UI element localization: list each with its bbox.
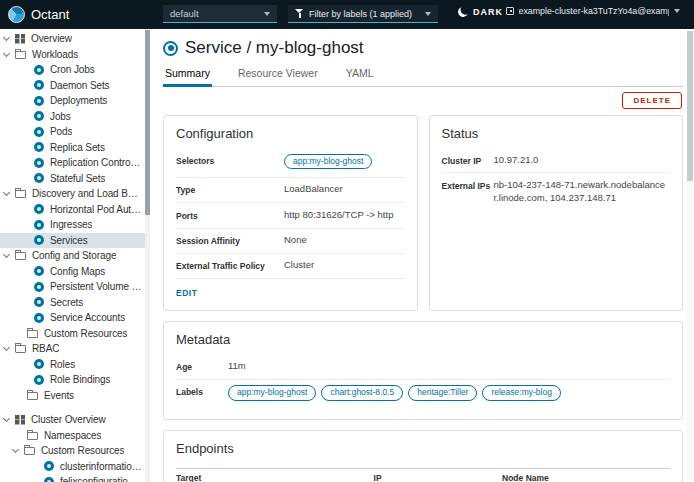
sidebar-item-roles[interactable]: Roles bbox=[0, 357, 150, 373]
resource-icon bbox=[34, 65, 44, 75]
sidebar-item-overview[interactable]: Overview bbox=[0, 31, 150, 47]
status-title: Status bbox=[442, 126, 671, 141]
endpoints-table: TargetIPNode Name my-blog-ghost-77df85c6… bbox=[176, 468, 670, 482]
sidebar-item-label: Custom Resources bbox=[41, 445, 124, 456]
sidebar-item-discovery-and-load-balancing[interactable]: Discovery and Load Balancing bbox=[0, 186, 150, 202]
tab-resource-viewer[interactable]: Resource Viewer bbox=[236, 67, 320, 86]
sidebar-item-label: Overview bbox=[31, 33, 72, 44]
sidebar-item-cluster-overview[interactable]: Cluster Overview bbox=[0, 412, 150, 428]
edit-link[interactable]: EDIT bbox=[176, 288, 197, 298]
field-value: http 80:31626/TCP -> http bbox=[284, 209, 405, 222]
sidebar-item-daemon-sets[interactable]: Daemon Sets bbox=[0, 78, 150, 94]
summary-row: Labelsapp:my-blog-ghostchart:ghost-8.0.5… bbox=[176, 380, 670, 409]
sidebar-scrollbar bbox=[145, 29, 150, 482]
sidebar-item-secrets[interactable]: Secrets bbox=[0, 295, 150, 311]
label-chip[interactable]: chart:ghost-8.0.5 bbox=[321, 385, 403, 400]
applications-icon bbox=[15, 415, 25, 425]
label-chip[interactable]: heritage:Tiller bbox=[408, 385, 477, 400]
field-value: None bbox=[284, 234, 405, 247]
sidebar-item-config-maps[interactable]: Config Maps bbox=[0, 264, 150, 280]
sidebar-item-ingresses[interactable]: Ingresses bbox=[0, 217, 150, 233]
moon-icon bbox=[457, 6, 469, 18]
sidebar-item-label: Horizontal Pod Autoscalers bbox=[50, 204, 142, 215]
sidebar-item-replica-sets[interactable]: Replica Sets bbox=[0, 140, 150, 156]
sidebar-item-role-bindings[interactable]: Role Bindings bbox=[0, 372, 150, 388]
sidebar-item-deployments[interactable]: Deployments bbox=[0, 93, 150, 109]
chevron-down-icon[interactable] bbox=[3, 344, 10, 351]
resource-icon bbox=[34, 173, 44, 183]
sidebar-item-label: Role Bindings bbox=[50, 374, 110, 385]
sidebar-item-replication-controllers[interactable]: Replication Controllers bbox=[0, 155, 150, 171]
tab-yaml[interactable]: YAML bbox=[344, 67, 376, 86]
page-title: Service / my-blog-ghost bbox=[185, 38, 364, 58]
sidebar-item-custom-resources[interactable]: Custom Resources bbox=[0, 326, 150, 342]
main-scrollbar-thumb[interactable] bbox=[687, 31, 693, 181]
sidebar-item-label: Stateful Sets bbox=[50, 173, 105, 184]
resource-icon bbox=[34, 359, 44, 369]
chevron-down-icon[interactable] bbox=[3, 50, 10, 57]
sidebar-item-label: Jobs bbox=[50, 111, 71, 122]
label-chip[interactable]: app:my-blog-ghost bbox=[284, 154, 372, 169]
status-rows: Cluster IP10.97.21.0External IPsnb-104-2… bbox=[442, 148, 671, 210]
label-chip[interactable]: app:my-blog-ghost bbox=[228, 385, 316, 400]
chevron-down-icon[interactable] bbox=[3, 415, 10, 422]
chevron-down-icon[interactable] bbox=[3, 189, 10, 196]
sidebar-item-label: Namespaces bbox=[44, 430, 101, 441]
sidebar-item-label: Workloads bbox=[32, 49, 78, 60]
sidebar-item-label: Roles bbox=[50, 359, 75, 370]
sidebar-item-felixconfigurations-crd-projectcalico-org[interactable]: felixconfigurations.crd.projectcalico.or… bbox=[0, 474, 150, 482]
field-label: Session Affinity bbox=[176, 234, 284, 246]
sidebar-item-events[interactable]: Events bbox=[0, 388, 150, 404]
sidebar-item-persistent-volume-claims[interactable]: Persistent Volume Claims bbox=[0, 279, 150, 295]
resource-icon bbox=[34, 282, 44, 292]
sidebar-item-cron-jobs[interactable]: Cron Jobs bbox=[0, 62, 150, 78]
label-chip[interactable]: release:my-blog bbox=[482, 385, 560, 400]
sidebar-item-label: clusterinformations.crd.projectcalico.or… bbox=[60, 461, 142, 472]
namespace-dropdown[interactable]: default bbox=[163, 5, 277, 23]
field-value: nb-104-237-148-71.newark.nodebalancer.li… bbox=[494, 179, 671, 205]
sidebar-item-label: Daemon Sets bbox=[50, 80, 110, 91]
summary-row: Session AffinityNone bbox=[176, 229, 405, 254]
theme-toggle-button[interactable]: DARK bbox=[458, 7, 503, 17]
page-header: Service / my-blog-ghost bbox=[163, 38, 683, 58]
summary-row: Cluster IP10.97.21.0 bbox=[442, 148, 671, 173]
resource-icon bbox=[34, 313, 44, 323]
sidebar-item-horizontal-pod-autoscalers[interactable]: Horizontal Pod Autoscalers bbox=[0, 202, 150, 218]
configuration-rows: Selectorsapp:my-blog-ghostTypeLoadBalanc… bbox=[176, 148, 405, 279]
summary-row: Selectorsapp:my-blog-ghost bbox=[176, 148, 405, 178]
sidebar-item-label: Secrets bbox=[50, 297, 83, 308]
chevron-down-icon[interactable] bbox=[12, 446, 19, 453]
sidebar-item-services[interactable]: Services bbox=[0, 233, 150, 249]
cluster-context-selector[interactable]: example-cluster-ka3TuTzYo4a@example-clus… bbox=[506, 6, 680, 16]
sidebar-item-stateful-sets[interactable]: Stateful Sets bbox=[0, 171, 150, 187]
sidebar-item-label: Ingresses bbox=[50, 219, 92, 230]
sidebar-item-pods[interactable]: Pods bbox=[0, 124, 150, 140]
resource-icon bbox=[44, 461, 54, 471]
delete-button[interactable]: DELETE bbox=[622, 92, 682, 109]
sidebar-item-service-accounts[interactable]: Service Accounts bbox=[0, 310, 150, 326]
sidebar-item-config-and-storage[interactable]: Config and Storage bbox=[0, 248, 150, 264]
sidebar-item-rbac[interactable]: RBAC bbox=[0, 341, 150, 357]
sidebar-scrollbar-thumb[interactable] bbox=[145, 30, 150, 215]
sidebar-item-clusterinformations-crd-projectcalico-org[interactable]: clusterinformations.crd.projectcalico.or… bbox=[0, 459, 150, 475]
label-filter-text: Filter by labels (1 applied) bbox=[309, 9, 420, 19]
label-filter-input[interactable]: Filter by labels (1 applied) bbox=[288, 5, 438, 23]
sidebar-item-custom-resources[interactable]: Custom Resources bbox=[0, 443, 150, 459]
tab-summary[interactable]: Summary bbox=[163, 67, 212, 87]
sidebar-item-label: Custom Resources bbox=[44, 328, 127, 339]
folder-icon bbox=[27, 330, 38, 338]
chevron-down-icon[interactable] bbox=[3, 251, 10, 258]
chevron-down-icon[interactable] bbox=[3, 34, 10, 41]
tab-bar: SummaryResource ViewerYAML bbox=[163, 67, 683, 87]
field-label: Type bbox=[176, 183, 284, 195]
sidebar-item-label: Pods bbox=[50, 126, 72, 137]
sidebar-item-namespaces[interactable]: Namespaces bbox=[0, 428, 150, 444]
folder-icon bbox=[15, 190, 26, 198]
main-content: Service / my-blog-ghost SummaryResource … bbox=[157, 29, 683, 482]
sidebar-item-jobs[interactable]: Jobs bbox=[0, 109, 150, 125]
column-header: Node Name bbox=[502, 468, 670, 482]
sidebar-item-workloads[interactable]: Workloads bbox=[0, 47, 150, 63]
resource-icon bbox=[34, 142, 44, 152]
resource-icon bbox=[34, 80, 44, 90]
main-scrollbar bbox=[687, 31, 693, 480]
